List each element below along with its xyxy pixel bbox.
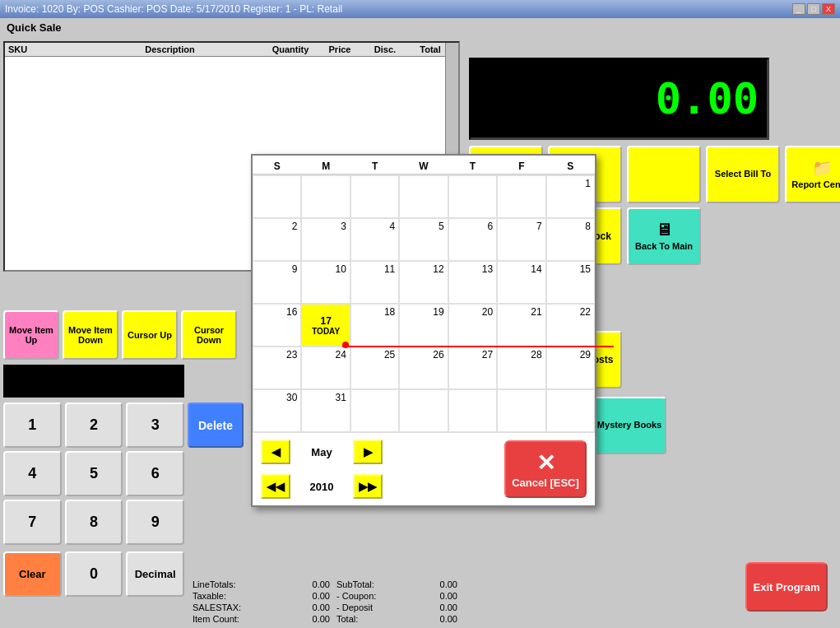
day-header-s1: S bbox=[257, 160, 298, 172]
num-9-btn[interactable]: 9 bbox=[126, 500, 184, 545]
cal-day-2[interactable]: 2 bbox=[253, 218, 301, 261]
cal-cell-empty bbox=[497, 389, 545, 432]
col-qty: Quantity bbox=[266, 44, 315, 54]
cal-bottom-section: ◀ May ▶ ◀◀ 2010 ▶▶ ✕ Cancel [ESC] bbox=[253, 432, 595, 505]
coupon-label: - Coupon: bbox=[336, 591, 376, 601]
coupon-value: 0.00 bbox=[416, 591, 457, 601]
cal-day-20[interactable]: 20 bbox=[448, 304, 497, 347]
cal-day-7[interactable]: 7 bbox=[497, 218, 545, 261]
cal-day-11[interactable]: 11 bbox=[350, 261, 399, 304]
col-sku: SKU bbox=[8, 44, 74, 54]
clear-btn[interactable]: Clear bbox=[3, 551, 62, 597]
col-price: Price bbox=[315, 44, 364, 54]
taxable-label: Taxable: bbox=[193, 591, 226, 601]
cal-day-1[interactable]: 1 bbox=[546, 175, 595, 218]
cal-day-23[interactable]: 23 bbox=[253, 347, 301, 389]
cal-day-5[interactable]: 5 bbox=[399, 218, 448, 261]
btn-yellow-3[interactable] bbox=[627, 146, 701, 203]
cal-next-month-btn[interactable]: ▶ bbox=[353, 440, 383, 464]
quick-sale-label: Quick Sale bbox=[0, 18, 840, 37]
col-desc: Description bbox=[74, 44, 266, 54]
cancel-x-icon: ✕ bbox=[536, 449, 555, 477]
cal-day-8[interactable]: 8 bbox=[546, 218, 595, 261]
cal-days-header: S M T W T F S bbox=[253, 156, 595, 174]
report-center-label: Report Center bbox=[791, 179, 840, 190]
num-6-btn[interactable]: 6 bbox=[126, 451, 184, 496]
cal-day-26[interactable]: 26 bbox=[399, 347, 448, 389]
close-btn[interactable]: X bbox=[822, 3, 835, 15]
cal-day-6[interactable]: 6 bbox=[448, 218, 497, 261]
cal-day-24[interactable]: 24 bbox=[301, 347, 350, 389]
num-3-btn[interactable]: 3 bbox=[126, 402, 184, 448]
cal-cell-empty bbox=[546, 389, 595, 432]
cal-cell-empty bbox=[301, 175, 350, 218]
num-8-btn[interactable]: 8 bbox=[65, 500, 123, 545]
maximize-btn[interactable]: □ bbox=[807, 3, 820, 15]
move-item-up-btn[interactable]: Move Item Up bbox=[3, 310, 59, 360]
cancel-label: Cancel [ESC] bbox=[512, 477, 579, 489]
cal-day-19[interactable]: 19 bbox=[399, 304, 448, 347]
move-item-down-btn[interactable]: Move Item Down bbox=[63, 310, 118, 360]
select-bill-to-btn[interactable]: Select Bill To bbox=[706, 146, 780, 203]
cal-day-27[interactable]: 27 bbox=[448, 347, 497, 389]
cal-prev-year-btn[interactable]: ◀◀ bbox=[261, 474, 290, 499]
cal-next-year-btn[interactable]: ▶▶ bbox=[353, 474, 383, 499]
red-arrow-line bbox=[342, 346, 614, 347]
cal-day-4[interactable]: 4 bbox=[350, 218, 399, 261]
cal-day-18[interactable]: 18 bbox=[350, 304, 399, 347]
cal-day-14[interactable]: 14 bbox=[497, 261, 545, 304]
num-1-btn[interactable]: 1 bbox=[3, 402, 62, 448]
cal-cell-empty bbox=[448, 389, 497, 432]
cal-day-12[interactable]: 12 bbox=[399, 261, 448, 304]
exit-program-btn[interactable]: Exit Program bbox=[745, 562, 828, 612]
display-amount: 0.00 bbox=[656, 74, 759, 123]
back-to-main-btn[interactable]: 🖥 Back To Main bbox=[627, 207, 701, 265]
cal-day-31[interactable]: 31 bbox=[301, 389, 350, 432]
minimize-btn[interactable]: _ bbox=[792, 3, 805, 15]
report-center-btn[interactable]: 📁 Report Center bbox=[785, 146, 840, 203]
cal-day-3[interactable]: 3 bbox=[301, 218, 350, 261]
invoice-header: SKU Description Quantity Price Disc. Tot… bbox=[5, 43, 458, 57]
cursor-down-btn[interactable]: Cursor Down bbox=[181, 310, 237, 360]
cal-day-15[interactable]: 15 bbox=[546, 261, 595, 304]
cal-day-10[interactable]: 10 bbox=[301, 261, 350, 304]
cal-year-row: ◀◀ 2010 ▶▶ bbox=[258, 471, 386, 502]
cal-day-13[interactable]: 13 bbox=[448, 261, 497, 304]
mystery-books-btn[interactable]: Mystery Books bbox=[592, 397, 666, 454]
cal-day-17-today[interactable]: 17 TODAY bbox=[301, 304, 350, 347]
line-totals-row: LineTotals: 0.00 bbox=[189, 579, 333, 590]
decimal-btn[interactable]: Decimal bbox=[126, 551, 184, 597]
red-arrow-start bbox=[342, 342, 349, 348]
today-label: TODAY bbox=[312, 327, 340, 336]
cal-month-label: May bbox=[297, 446, 346, 458]
cursor-up-btn[interactable]: Cursor Up bbox=[122, 310, 178, 360]
line-totals-value: 0.00 bbox=[289, 579, 330, 589]
cal-day-9[interactable]: 9 bbox=[253, 261, 301, 304]
num-0-btn[interactable]: 0 bbox=[65, 551, 123, 597]
cal-year-label: 2010 bbox=[297, 481, 346, 493]
numpad: 1 2 3 4 5 6 7 8 9 bbox=[3, 402, 184, 545]
cal-day-22[interactable]: 22 bbox=[546, 304, 595, 347]
num-2-btn[interactable]: 2 bbox=[65, 402, 123, 448]
day-header-t1: T bbox=[355, 160, 396, 172]
cal-month-row: ◀ May ▶ bbox=[258, 436, 386, 468]
cal-day-25[interactable]: 25 bbox=[350, 347, 399, 389]
cal-cancel-btn[interactable]: ✕ Cancel [ESC] bbox=[504, 440, 587, 498]
window-controls[interactable]: _ □ X bbox=[792, 3, 835, 15]
cal-prev-month-btn[interactable]: ◀ bbox=[261, 440, 290, 464]
cal-day-21[interactable]: 21 bbox=[497, 304, 545, 347]
cal-day-30[interactable]: 30 bbox=[253, 389, 301, 432]
cal-day-29[interactable]: 29 bbox=[546, 347, 595, 389]
cal-day-16[interactable]: 16 bbox=[253, 304, 301, 347]
subtotal-label: SubTotal: bbox=[336, 579, 374, 589]
cal-day-28[interactable]: 28 bbox=[497, 347, 545, 389]
num-7-btn[interactable]: 7 bbox=[3, 500, 62, 545]
salestax-row: SALESTAX: 0.00 bbox=[189, 602, 333, 613]
day-header-f: F bbox=[501, 160, 542, 172]
deposit-value: 0.00 bbox=[416, 602, 457, 612]
taxable-value: 0.00 bbox=[289, 591, 330, 601]
num-4-btn[interactable]: 4 bbox=[3, 451, 62, 496]
num-5-btn[interactable]: 5 bbox=[65, 451, 123, 496]
action-btn-row: Move Item Up Move Item Down Cursor Up Cu… bbox=[3, 310, 250, 360]
delete-btn[interactable]: Delete bbox=[188, 402, 244, 448]
